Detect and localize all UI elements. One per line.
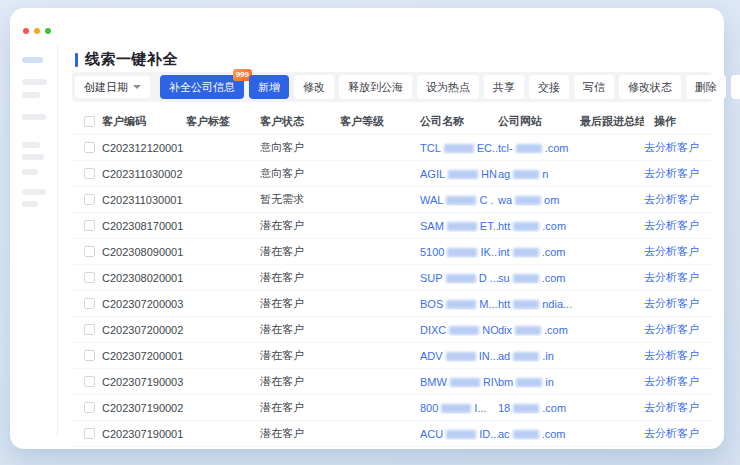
sidebar-item[interactable]: [22, 114, 46, 120]
table-row[interactable]: C202307200002潜在客户DIXCNO...dix.com去分析客户: [72, 317, 712, 343]
toolbar-button-label: 修改状态: [628, 80, 672, 95]
analyze-customer-link[interactable]: 去分析客户: [644, 374, 699, 389]
create-date-filter[interactable]: 创建日期: [75, 76, 150, 98]
table-row[interactable]: C202307190002潜在客户800I...18.com去分析客户: [72, 395, 712, 421]
toolbar-button[interactable]: 写信: [574, 75, 614, 99]
company-website[interactable]: su.com: [498, 272, 580, 284]
row-checkbox[interactable]: [84, 220, 95, 231]
analyze-customer-link[interactable]: 去分析客户: [644, 244, 699, 259]
company-website[interactable]: 18.com: [498, 402, 580, 414]
table-row[interactable]: C202308020001潜在客户SUPD ...su.com去分析客户: [72, 265, 712, 291]
company-website[interactable]: waom: [498, 194, 580, 206]
company-name[interactable]: ADVIN...: [420, 350, 498, 362]
select-all-checkbox[interactable]: [84, 116, 95, 127]
company-name-visible: 800: [420, 402, 438, 414]
toolbar-button[interactable]: 修改状态: [619, 75, 681, 99]
row-checkbox[interactable]: [84, 142, 95, 153]
table-row[interactable]: C202307190001潜在客户ACUID...ac.com去分析客户: [72, 421, 712, 447]
company-website-visible: .com: [542, 246, 566, 258]
company-website[interactable]: dix.com: [498, 324, 580, 336]
row-checkbox[interactable]: [84, 194, 95, 205]
company-website-redacted: [513, 352, 539, 361]
row-checkbox[interactable]: [84, 168, 95, 179]
analyze-customer-link[interactable]: 去分析客户: [644, 400, 699, 415]
column-header: 操作: [644, 114, 712, 129]
company-name[interactable]: BMWRIV...: [420, 376, 498, 388]
toolbar-button[interactable]: 修改: [294, 75, 334, 99]
analyze-customer-link[interactable]: 去分析客户: [644, 270, 699, 285]
table-row[interactable]: C202311030001暂无需求WALC .waom去分析客户: [72, 187, 712, 213]
table-row[interactable]: C202308170001潜在客户SAMET...htt.com去分析客户: [72, 213, 712, 239]
company-website[interactable]: ac.com: [498, 428, 580, 440]
company-name[interactable]: AGILHN...: [420, 168, 498, 180]
company-website[interactable]: bmin: [498, 376, 580, 388]
analyze-customer-link[interactable]: 去分析客户: [644, 348, 699, 363]
company-name[interactable]: DIXCNO...: [420, 324, 498, 336]
toolbar-button[interactable]: 补全公司信息999: [160, 75, 244, 99]
sidebar-item[interactable]: [22, 142, 40, 148]
toolbar-button[interactable]: 交接: [529, 75, 569, 99]
row-checkbox[interactable]: [84, 428, 95, 439]
customer-code: C202307190002: [102, 402, 186, 414]
sidebar-item[interactable]: [22, 92, 40, 98]
company-name[interactable]: ACUID...: [420, 428, 498, 440]
minimize-window-button[interactable]: [34, 28, 40, 34]
analyze-customer-link[interactable]: 去分析客户: [644, 296, 699, 311]
sidebar-item[interactable]: [22, 154, 44, 160]
sidebar-item[interactable]: [22, 169, 38, 175]
row-checkbox[interactable]: [84, 402, 95, 413]
sidebar-item[interactable]: [22, 79, 47, 85]
company-name-visible: AGIL: [420, 168, 445, 180]
row-checkbox[interactable]: [84, 246, 95, 257]
company-website-redacted: [513, 300, 539, 309]
analyze-customer-link[interactable]: 去分析客户: [644, 218, 699, 233]
company-name[interactable]: 800I...: [420, 402, 498, 414]
company-website[interactable]: ad.in: [498, 350, 580, 362]
company-website[interactable]: htt.com: [498, 220, 580, 232]
row-checkbox[interactable]: [84, 350, 95, 361]
toolbar-button[interactable]: 更多...: [731, 75, 740, 99]
toolbar-button[interactable]: 释放到公海: [339, 75, 412, 99]
company-name[interactable]: BOSM...: [420, 298, 498, 310]
row-checkbox[interactable]: [84, 272, 95, 283]
sidebar-item-active[interactable]: [22, 57, 43, 63]
customer-code: C202308090001: [102, 246, 186, 258]
title-accent-bar: [75, 53, 78, 67]
company-name[interactable]: TCLEC...: [420, 142, 498, 154]
table-row[interactable]: C202312120001意向客户TCLEC...tcl-.com去分析客户: [72, 135, 712, 161]
company-name[interactable]: 5100IK...: [420, 246, 498, 258]
analyze-customer-link[interactable]: 去分析客户: [644, 426, 699, 441]
row-checkbox[interactable]: [84, 376, 95, 387]
company-name-visible: ADV: [420, 350, 443, 362]
company-name[interactable]: WALC .: [420, 194, 498, 206]
toolbar-button[interactable]: 删除: [686, 75, 726, 99]
company-name-visible: WAL: [420, 194, 443, 206]
analyze-customer-link[interactable]: 去分析客户: [644, 166, 699, 181]
table-row[interactable]: C202307200003潜在客户BOSM...httndia...去分析客户: [72, 291, 712, 317]
table-row[interactable]: C202307200001潜在客户ADVIN...ad.in去分析客户: [72, 343, 712, 369]
company-name[interactable]: SAMET...: [420, 220, 498, 232]
analyze-customer-link[interactable]: 去分析客户: [644, 322, 699, 337]
company-website-redacted: [515, 196, 541, 205]
table-row[interactable]: C202307190003潜在客户BMWRIV...bmin去分析客户: [72, 369, 712, 395]
company-name[interactable]: SUPD ...: [420, 272, 498, 284]
toolbar-button[interactable]: 设为热点: [417, 75, 479, 99]
toolbar-button[interactable]: 新增: [249, 75, 289, 99]
sidebar-item[interactable]: [22, 201, 38, 207]
company-website-redacted: [513, 404, 539, 413]
company-website[interactable]: int.com: [498, 246, 580, 258]
table-row[interactable]: C202311030002意向客户AGILHN...agn去分析客户: [72, 161, 712, 187]
company-website[interactable]: tcl-.com: [498, 142, 580, 154]
company-website[interactable]: agn: [498, 168, 580, 180]
sidebar-item[interactable]: [22, 189, 46, 195]
close-window-button[interactable]: [23, 28, 29, 34]
row-checkbox[interactable]: [84, 324, 95, 335]
analyze-customer-link[interactable]: 去分析客户: [644, 140, 699, 155]
company-website[interactable]: httndia...: [498, 298, 580, 310]
row-checkbox[interactable]: [84, 298, 95, 309]
table-row[interactable]: C202308090001潜在客户5100IK...int.com去分析客户: [72, 239, 712, 265]
company-website-visible: .com: [542, 402, 566, 414]
analyze-customer-link[interactable]: 去分析客户: [644, 192, 699, 207]
toolbar-button[interactable]: 共享: [484, 75, 524, 99]
maximize-window-button[interactable]: [45, 28, 51, 34]
